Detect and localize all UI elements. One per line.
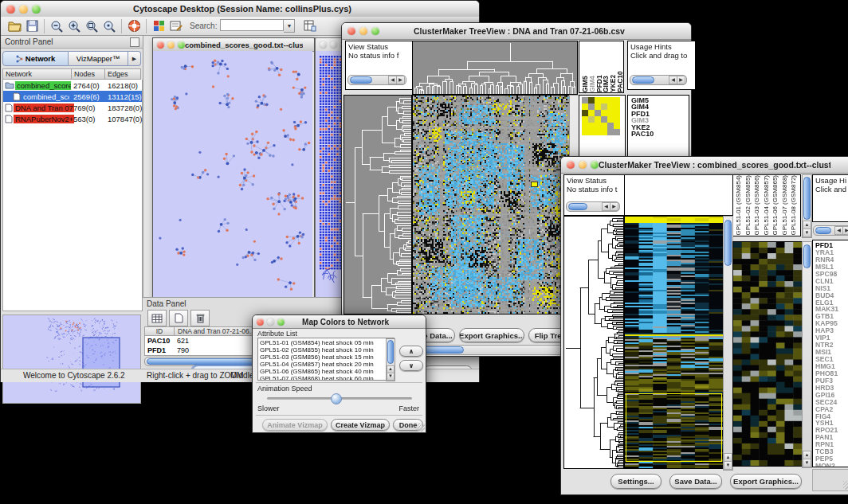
zoom-matrix-cell[interactable]	[601, 104, 607, 110]
close-button[interactable]	[6, 5, 15, 14]
scrollbar-thumb[interactable]	[803, 244, 811, 268]
zoom-matrix-cell[interactable]	[588, 97, 595, 104]
scroll-right-icon[interactable]: ▶	[677, 76, 685, 84]
col-header-id[interactable]: ID	[145, 327, 175, 335]
tab-network[interactable]: Network	[2, 51, 69, 66]
usage-hints-hscrollbar[interactable]: ◀ ▶	[630, 75, 687, 85]
column-label[interactable]: GPL51-07 (GSM868)	[781, 175, 791, 236]
move-up-button[interactable]: ∧	[399, 346, 423, 357]
zoom-matrix-cell[interactable]	[607, 116, 614, 123]
main-titlebar[interactable]: Cytoscape Desktop (Session Name: collins…	[1, 1, 479, 18]
attribute-item[interactable]: GPL51-06 (GSM865) heat shock 40 min	[260, 368, 392, 375]
annotation-icon[interactable]	[167, 18, 185, 34]
zoom-window-button[interactable]	[591, 161, 599, 169]
close-button[interactable]	[320, 41, 327, 49]
select-attributes-icon[interactable]	[147, 310, 167, 326]
treeview1-hscrollbar[interactable]: ◀ ▶	[412, 345, 579, 355]
attribute-item[interactable]: GPL51-02 (GSM855) heat shock 10 min	[260, 346, 392, 354]
zoom-matrix-cell[interactable]	[582, 97, 588, 104]
zoom-matrix-cell[interactable]	[582, 104, 588, 110]
column-dendrogram-canvas[interactable]	[412, 41, 578, 95]
zoom-matrix-cell[interactable]	[607, 110, 614, 116]
zoom-heatmap-vscrollbar[interactable]: ▲ ▼	[802, 241, 812, 468]
delete-attribute-trash-icon[interactable]	[190, 310, 210, 326]
zoom-matrix-cell[interactable]	[582, 110, 588, 116]
close-button[interactable]	[157, 41, 164, 49]
column-label[interactable]: PAC10	[616, 71, 623, 92]
zoom-in-icon[interactable]	[65, 18, 83, 34]
zoom-matrix-cell[interactable]	[601, 123, 607, 129]
column-label[interactable]: GPL51-02 (GSM855)	[744, 175, 754, 236]
treeview2-titlebar[interactable]: ClusterMaker TreeView : combined_scores_…	[561, 157, 848, 174]
col-header-network[interactable]: Network	[3, 69, 72, 79]
zoom-fit-icon[interactable]	[83, 18, 100, 34]
row-dendrogram-canvas[interactable]	[344, 95, 412, 315]
zoom-matrix-cell[interactable]	[595, 97, 601, 104]
column-label[interactable]: GPL51-04 (GSM857)	[763, 175, 772, 236]
column-label[interactable]: GPL51-06 (GSM865)	[771, 175, 781, 236]
zoom-matrix-cell[interactable]	[601, 97, 607, 104]
network-canvas[interactable]	[153, 51, 312, 297]
zoom-matrix-cell[interactable]	[614, 104, 620, 110]
scrollbar-thumb[interactable]	[803, 177, 811, 220]
search-dropdown-arrow-icon[interactable]: ▼	[284, 19, 295, 33]
gene-label[interactable]: PAC10	[631, 131, 689, 137]
zoom-matrix-cell[interactable]	[582, 123, 588, 129]
resize-grip-icon[interactable]	[416, 423, 425, 432]
view-status-hscrollbar[interactable]: ◀ ▶	[566, 201, 620, 212]
zoom-window-button[interactable]	[277, 318, 285, 326]
create-vizmap-button[interactable]: Create Vizmap	[331, 419, 390, 431]
save-data-button[interactable]: Save Data...	[669, 474, 722, 489]
table-row[interactable]: RNAPuberNov2+ 563(0) 107847(0)	[3, 113, 142, 124]
zoom-matrix-cell[interactable]	[582, 129, 588, 135]
zoom-matrix-cell[interactable]	[614, 97, 620, 104]
zoom-matrix-cell[interactable]	[595, 110, 601, 116]
animate-vizmap-button[interactable]: Animate Vizmap	[262, 419, 328, 431]
zoom-matrix-cell[interactable]	[595, 129, 601, 135]
scrollbar-thumb[interactable]	[632, 76, 654, 84]
minimize-button[interactable]	[167, 41, 175, 49]
table-row[interactable]: combined_scores 2764(0) 16218(0)	[3, 80, 142, 91]
zoom-matrix-cell[interactable]	[588, 104, 595, 110]
open-file-icon[interactable]	[6, 18, 23, 34]
attribute-item[interactable]: GPL51-04 (GSM857) heat shock 20 min	[260, 361, 392, 368]
table-import-icon[interactable]	[301, 18, 319, 34]
scrollbar-thumb[interactable]	[387, 340, 394, 364]
birdseye-canvas[interactable]	[3, 315, 140, 403]
attribute-item[interactable]: GPL51-01 (GSM854) heat shock 05 min	[260, 339, 392, 346]
speed-slider-thumb[interactable]	[331, 393, 342, 404]
column-labels-vscrollbar[interactable]: ▲ ▼	[802, 174, 812, 238]
view-status-hscrollbar[interactable]: ◀ ▶	[347, 75, 406, 85]
export-graphics-button[interactable]: Export Graphics...	[459, 328, 524, 342]
attribute-item[interactable]: GPL51-07 (GSM868) heat shock 60 min	[260, 375, 392, 381]
zoom-matrix-cell[interactable]	[595, 104, 601, 110]
minimize-button[interactable]	[359, 27, 367, 35]
zoom-matrix-cell[interactable]	[588, 116, 595, 123]
float-panel-icon[interactable]	[130, 37, 139, 47]
export-graphics-button[interactable]: Export Graphics...	[730, 474, 802, 489]
zoom-matrix-cell[interactable]	[607, 129, 614, 135]
zoom-matrix-cell[interactable]	[588, 110, 595, 116]
column-label[interactable]: GIM3	[602, 76, 609, 92]
vizmap-grid-icon[interactable]	[150, 18, 167, 34]
zoom-matrix-cell[interactable]	[614, 110, 620, 116]
minimize-button[interactable]	[330, 41, 337, 49]
search-input[interactable]	[220, 19, 284, 31]
scroll-down-icon[interactable]: ▼	[803, 229, 811, 237]
column-label[interactable]: GIM5	[581, 76, 588, 92]
zoom-matrix-cell[interactable]	[601, 129, 607, 135]
zoom-matrix-cell[interactable]	[614, 123, 620, 129]
save-icon[interactable]	[23, 18, 41, 34]
scroll-down-icon[interactable]: ▼	[387, 373, 395, 381]
search-combobox[interactable]: ▼	[220, 19, 295, 33]
dialog-titlebar[interactable]: Map Colors to Network	[253, 315, 426, 329]
scrollbar-thumb[interactable]	[724, 220, 732, 266]
scroll-right-icon[interactable]: ▶	[842, 226, 848, 235]
heatmap-canvas[interactable]	[624, 216, 724, 469]
close-button[interactable]	[347, 27, 355, 35]
scroll-right-icon[interactable]: ▶	[396, 76, 405, 84]
tab-vizmapper[interactable]: VizMapper™	[69, 51, 128, 66]
zoom-heatmap-canvas[interactable]	[732, 241, 803, 467]
zoom-matrix-cell[interactable]	[607, 123, 614, 129]
attribute-item[interactable]: GPL51-03 (GSM856) heat shock 15 min	[260, 354, 392, 361]
